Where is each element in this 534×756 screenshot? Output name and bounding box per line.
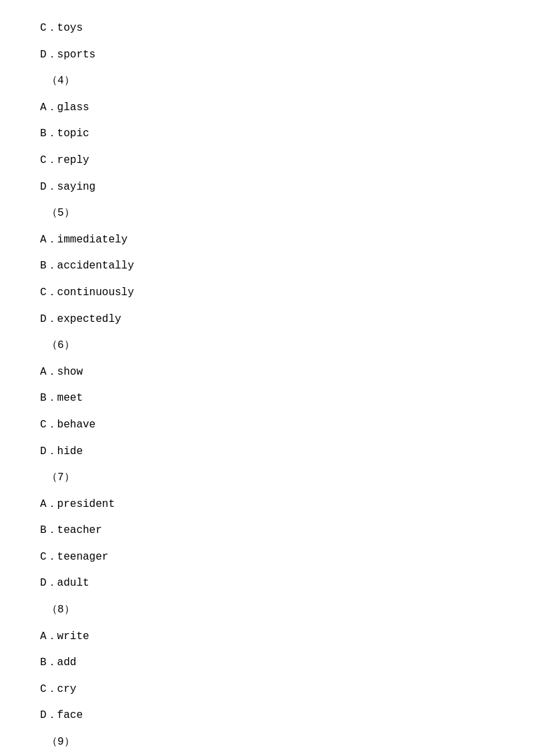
content-area: C．toysD．sports（4）A．glassB．topicC．replyD．… — [40, 20, 494, 756]
d-adult: D．adult — [40, 575, 494, 592]
c-toys: C．toys — [40, 20, 494, 37]
c-cry: C．cry — [40, 681, 494, 699]
q4: （4） — [47, 73, 494, 90]
d-sports: D．sports — [40, 47, 494, 64]
q9: （9） — [47, 734, 494, 751]
d-face: D．face — [40, 707, 494, 725]
d-expectedly: D．expectedly — [40, 311, 494, 329]
a-glass: A．glass — [40, 100, 494, 117]
c-continuously: C．continuously — [40, 285, 494, 302]
a-immediately: A．immediately — [40, 232, 494, 249]
q6: （6） — [47, 337, 494, 355]
b-teacher: B．teacher — [40, 522, 494, 540]
a-write: A．write — [40, 628, 494, 646]
b-add: B．add — [40, 654, 494, 672]
d-saying: D．saying — [40, 179, 494, 196]
b-meet: B．meet — [40, 390, 494, 407]
q7: （7） — [47, 469, 494, 487]
c-reply: C．reply — [40, 152, 494, 170]
b-topic: B．topic — [40, 126, 494, 143]
a-president: A．president — [40, 496, 494, 514]
q8: （8） — [47, 602, 494, 619]
c-behave: C．behave — [40, 417, 494, 434]
c-teenager: C．teenager — [40, 549, 494, 566]
q5: （5） — [47, 205, 494, 222]
a-show: A．show — [40, 364, 494, 381]
d-hide: D．hide — [40, 443, 494, 461]
b-accidentally: B．accidentally — [40, 258, 494, 275]
